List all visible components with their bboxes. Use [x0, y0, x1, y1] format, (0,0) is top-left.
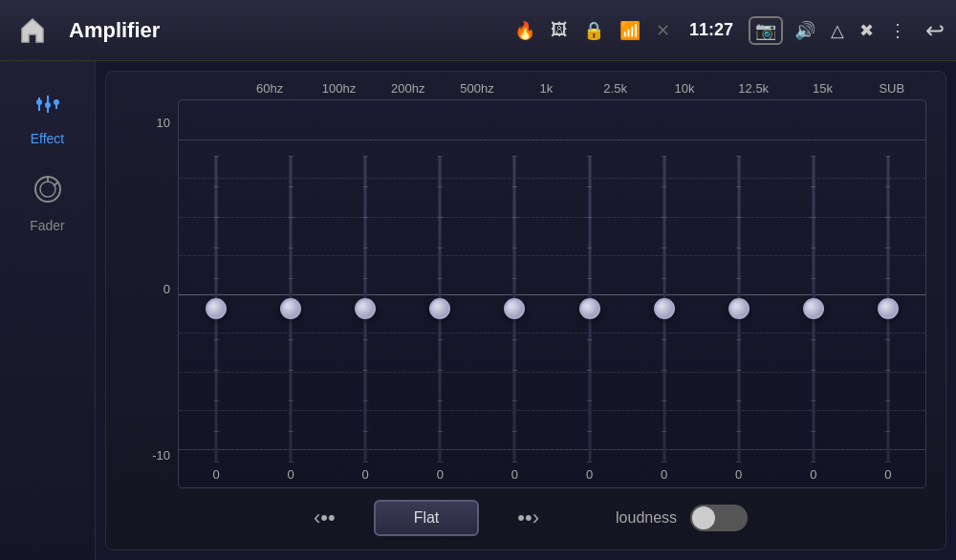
home-button[interactable] — [11, 10, 54, 52]
top-bar: Amplifier 🔥 🖼 🔒 📶 ✕ 11:27 📷 🔊 △ ✖ ⋮ ↩ — [0, 0, 956, 61]
slider-value-500hz: 0 — [437, 467, 444, 482]
wifi-off-icon: ✕ — [652, 16, 674, 45]
eq-panel: 60hz 100hz 200hz 500hz 1k 2.5k 10k 12.5k… — [105, 71, 946, 550]
flat-button-label: Flat — [414, 509, 440, 526]
slider-col-100hz: 0 — [253, 100, 328, 487]
freq-label-60hz: 60hz — [235, 81, 304, 96]
freq-label-sub: SUB — [858, 81, 926, 96]
flame-icon: 🔥 — [511, 16, 539, 45]
y-label-bot: -10 — [152, 449, 170, 462]
volume-icon[interactable]: 🔊 — [791, 16, 819, 45]
slider-thumb-100hz[interactable] — [280, 298, 301, 319]
slider-SUB[interactable] — [879, 156, 898, 462]
close-icon[interactable]: ✖ — [856, 16, 878, 45]
slider-col-SUB: 0 — [851, 100, 925, 487]
freq-label-2_5k: 2.5k — [580, 81, 649, 96]
slider-value-SUB: 0 — [884, 467, 891, 482]
back-button[interactable]: ↩ — [925, 17, 945, 44]
svg-point-7 — [40, 182, 55, 197]
fader-icon — [32, 173, 64, 212]
slider-value-60hz: 0 — [212, 467, 219, 482]
next-preset-label: ••› — [517, 506, 539, 529]
svg-point-4 — [45, 102, 51, 108]
sidebar-item-fader-label: Fader — [30, 218, 65, 233]
slider-thumb-2_5k[interactable] — [579, 298, 600, 319]
slider-value-200hz: 0 — [362, 467, 369, 482]
slider-60hz[interactable] — [206, 156, 226, 462]
slider-15k[interactable] — [804, 156, 823, 462]
clock-display: 11:27 — [689, 20, 733, 40]
svg-point-3 — [36, 99, 42, 105]
slider-10k[interactable] — [655, 156, 674, 462]
freq-label-10k: 10k — [650, 81, 719, 96]
freq-label-15k: 15k — [788, 81, 857, 96]
slider-value-12_5k: 0 — [735, 467, 742, 482]
status-icons: 🔥 🖼 🔒 📶 ✕ 11:27 📷 🔊 △ ✖ ⋮ ↩ — [511, 16, 945, 45]
flat-button[interactable]: Flat — [374, 500, 480, 536]
slider-value-10k: 0 — [661, 467, 667, 482]
loudness-area: loudness — [616, 505, 748, 531]
freq-labels-row: 60hz 100hz 200hz 500hz 1k 2.5k 10k 12.5k… — [125, 81, 926, 96]
loudness-label: loudness — [616, 509, 677, 527]
freq-label-1k: 1k — [511, 81, 580, 96]
slider-value-100hz: 0 — [288, 467, 294, 482]
y-axis: 10 0 -10 — [125, 99, 178, 488]
freq-label-500hz: 500hz — [443, 81, 511, 96]
prev-preset-button[interactable]: ‹•• — [304, 502, 345, 534]
slider-thumb-15k[interactable] — [803, 298, 824, 319]
sidebar-item-effect[interactable]: Effect — [0, 76, 95, 160]
slider-col-500hz: 0 — [402, 100, 477, 487]
slider-1k[interactable] — [505, 156, 524, 462]
sliders-container: 0000000000 — [178, 99, 926, 488]
image-icon: 🖼 — [547, 16, 572, 44]
main-area: Effect Fader 60hz 100hz 200hz 500hz 1k — [0, 61, 956, 560]
y-label-mid: 0 — [163, 283, 170, 295]
slider-100hz[interactable] — [281, 156, 300, 462]
slider-2_5k[interactable] — [580, 156, 599, 462]
freq-label-12_5k: 12.5k — [719, 81, 788, 96]
y-label-top: 10 — [157, 117, 170, 129]
slider-12_5k[interactable] — [729, 156, 749, 462]
slider-col-2_5k: 0 — [552, 100, 626, 487]
slider-col-200hz: 0 — [328, 100, 402, 487]
slider-thumb-SUB[interactable] — [878, 298, 899, 319]
svg-point-5 — [54, 99, 59, 105]
next-preset-button[interactable]: ••› — [508, 502, 549, 534]
slider-thumb-200hz[interactable] — [355, 298, 376, 319]
eq-grid-area: 10 0 -10 0000000000 — [125, 99, 926, 488]
freq-label-200hz: 200hz — [374, 81, 443, 96]
lock-icon: 🔒 — [579, 16, 608, 45]
slider-col-60hz: 0 — [179, 100, 253, 487]
slider-thumb-500hz[interactable] — [429, 298, 450, 319]
slider-thumb-60hz[interactable] — [206, 298, 227, 319]
freq-label-100hz: 100hz — [304, 81, 373, 96]
slider-thumb-1k[interactable] — [504, 298, 525, 319]
wifi-icon: 📶 — [616, 16, 644, 45]
slider-thumb-12_5k[interactable] — [728, 298, 750, 319]
loudness-toggle[interactable] — [690, 505, 748, 531]
slider-col-15k: 0 — [776, 100, 851, 487]
slider-col-10k: 0 — [627, 100, 702, 487]
slider-value-1k: 0 — [511, 467, 518, 482]
slider-value-15k: 0 — [810, 467, 816, 482]
slider-500hz[interactable] — [430, 156, 449, 462]
prev-preset-label: ‹•• — [314, 506, 336, 529]
eject-icon[interactable]: △ — [827, 16, 848, 45]
sidebar-item-fader[interactable]: Fader — [0, 160, 95, 247]
sidebar: Effect Fader — [0, 61, 96, 560]
effect-icon — [33, 90, 62, 125]
menu-icon[interactable]: ⋮ — [885, 16, 910, 45]
slider-value-2_5k: 0 — [586, 467, 593, 482]
bottom-controls: ‹•• Flat ••› loudness — [125, 488, 926, 540]
slider-200hz[interactable] — [356, 156, 375, 462]
camera-icon[interactable]: 📷 — [749, 16, 783, 45]
slider-thumb-10k[interactable] — [654, 298, 675, 319]
slider-col-1k: 0 — [477, 100, 552, 487]
page-title: Amplifier — [69, 18, 160, 43]
sidebar-item-effect-label: Effect — [31, 131, 65, 146]
slider-col-12_5k: 0 — [702, 100, 776, 487]
loudness-toggle-knob — [692, 506, 715, 529]
